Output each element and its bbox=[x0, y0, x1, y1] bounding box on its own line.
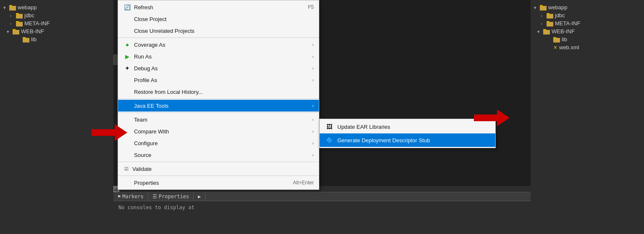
close-project-icon bbox=[123, 15, 131, 23]
left-project-explorer: ▾ webapp › jdbc › META-INF ▾ bbox=[0, 0, 113, 234]
menu-item-run-as[interactable]: ▶ Run As › bbox=[118, 51, 319, 62]
arrow-lib-right: › bbox=[547, 37, 552, 42]
red-arrow-right-svg bbox=[474, 109, 510, 126]
menu-item-coverage-label: Coverage As bbox=[134, 42, 312, 48]
red-arrow-left-svg bbox=[92, 124, 127, 141]
file-xml-icon: ✕ bbox=[553, 45, 557, 51]
validate-checkbox: ☑ bbox=[123, 165, 130, 172]
svg-marker-21 bbox=[474, 109, 510, 126]
bottom-tab-console[interactable]: ▶ bbox=[194, 192, 205, 201]
label-metainf-left: META-INF bbox=[24, 20, 50, 27]
run-arrow: › bbox=[312, 54, 314, 59]
svg-rect-9 bbox=[23, 37, 26, 39]
folder-icon-metainf-left bbox=[16, 21, 23, 27]
folder-icon-jdbc-right bbox=[547, 13, 553, 19]
tree-item-webapp-right[interactable]: ▾ webapp bbox=[531, 3, 644, 11]
refresh-icon: 🔄 bbox=[123, 3, 131, 11]
menu-item-debug-as[interactable]: ✦ Debug As › bbox=[118, 62, 319, 74]
label-webapp-right: webapp bbox=[548, 4, 568, 11]
bottom-tab-markers[interactable]: ⚑ Markers bbox=[113, 192, 148, 201]
profile-arrow: › bbox=[312, 77, 314, 82]
separator-3 bbox=[118, 112, 319, 113]
update-ear-icon: 🖼 bbox=[325, 122, 334, 131]
tree-item-jdbc-right[interactable]: › jdbc bbox=[531, 11, 644, 19]
properties-shortcut: Alt+Enter bbox=[293, 180, 314, 186]
svg-rect-5 bbox=[16, 21, 19, 23]
arrow-webapp-left: ▾ bbox=[3, 5, 8, 10]
restore-icon bbox=[123, 88, 131, 96]
arrow-indicator-left bbox=[92, 124, 127, 142]
tree-item-metainf-left[interactable]: › META-INF bbox=[0, 19, 113, 27]
svg-rect-1 bbox=[9, 5, 12, 7]
menu-item-validate[interactable]: ☑ Validate bbox=[118, 163, 319, 175]
menu-item-restore-label: Restore from Local History... bbox=[134, 89, 314, 95]
console-icon: ▶ bbox=[198, 194, 201, 199]
label-lib-left: lib bbox=[31, 36, 37, 43]
folder-icon-webapp-right bbox=[540, 5, 547, 11]
tree-item-webxml-right[interactable]: › ✕ web.xml bbox=[531, 43, 644, 51]
menu-item-properties-label: Properties bbox=[134, 180, 284, 186]
team-icon bbox=[123, 116, 131, 123]
submenu-item-update-ear-label: Update EAR Libraries bbox=[337, 124, 390, 130]
menu-item-refresh[interactable]: 🔄 Refresh F5 bbox=[118, 1, 319, 13]
source-icon bbox=[123, 151, 131, 159]
svg-rect-3 bbox=[16, 13, 19, 15]
svg-rect-17 bbox=[543, 29, 546, 31]
bottom-tab-properties[interactable]: ☰ Properties bbox=[148, 192, 194, 201]
properties-label: Properties bbox=[159, 194, 189, 199]
compare-arrow: › bbox=[312, 129, 314, 134]
properties-icon: ☰ bbox=[152, 194, 157, 199]
tree-item-webinf-right[interactable]: ▾ WEB-INF bbox=[531, 27, 644, 35]
configure-arrow: › bbox=[312, 141, 314, 146]
coverage-icon: ● bbox=[123, 41, 131, 48]
debug-arrow: › bbox=[312, 66, 314, 71]
tree-item-webinf-left[interactable]: ▾ WEB-INF bbox=[0, 27, 113, 35]
javaee-arrow: › bbox=[312, 103, 314, 108]
debug-icon: ✦ bbox=[123, 64, 131, 72]
arrow-jdbc-right: › bbox=[541, 13, 546, 18]
menu-item-profile-as[interactable]: Profile As › bbox=[118, 74, 319, 86]
label-metainf-right: META-INF bbox=[555, 20, 580, 27]
close-unrelated-icon bbox=[123, 27, 131, 35]
tree-item-metainf-right[interactable]: › META-INF bbox=[531, 19, 644, 27]
menu-item-close-unrelated[interactable]: Close Unrelated Projects bbox=[118, 25, 319, 37]
generate-descriptor-icon: 🔷 bbox=[325, 136, 334, 144]
submenu-javaee: 🖼 Update EAR Libraries 🔷 Generate Deploy… bbox=[319, 119, 496, 148]
menu-item-close-project-label: Close Project bbox=[134, 16, 314, 22]
arrow-webinf-left: ▾ bbox=[7, 29, 12, 34]
menu-item-restore[interactable]: Restore from Local History... bbox=[118, 86, 319, 98]
submenu-item-generate-label: Generate Deployment Descriptor Stub bbox=[337, 137, 430, 144]
markers-label: Markers bbox=[122, 194, 144, 199]
menu-item-compare-with[interactable]: Compare With › bbox=[118, 125, 319, 137]
menu-item-configure[interactable]: Configure › bbox=[118, 137, 319, 149]
menu-item-javaee-tools[interactable]: Java EE Tools › bbox=[118, 100, 319, 112]
menu-item-refresh-shortcut: F5 bbox=[308, 4, 314, 10]
menu-item-properties[interactable]: Properties Alt+Enter bbox=[118, 177, 319, 189]
tree-item-jdbc-left[interactable]: › jdbc bbox=[0, 11, 113, 19]
menu-item-source[interactable]: Source › bbox=[118, 149, 319, 161]
arrow-webxml-right: › bbox=[547, 45, 552, 50]
tree-item-lib-left[interactable]: › lib bbox=[0, 35, 113, 43]
bottom-panel: ⚑ Markers ☰ Properties ▶ No consoles to … bbox=[113, 192, 531, 234]
label-lib-right: lib bbox=[562, 36, 567, 43]
menu-item-coverage-as[interactable]: ● Coverage As › bbox=[118, 39, 319, 51]
tree-item-webapp-left[interactable]: ▾ webapp bbox=[0, 3, 113, 11]
arrow-webinf-right: ▾ bbox=[537, 29, 542, 34]
folder-icon-webapp-left bbox=[9, 5, 16, 11]
arrow-webapp-right: ▾ bbox=[534, 5, 539, 10]
separator-2 bbox=[118, 98, 319, 99]
label-jdbc-right: jdbc bbox=[555, 12, 565, 19]
folder-icon-webinf-right bbox=[543, 29, 550, 35]
label-jdbc-left: jdbc bbox=[24, 12, 34, 19]
tree-item-lib-right[interactable]: › lib bbox=[531, 35, 644, 43]
folder-icon-jdbc-left bbox=[16, 13, 23, 19]
submenu-item-update-ear[interactable]: 🖼 Update EAR Libraries bbox=[320, 120, 495, 133]
context-menu-main: 🔄 Refresh F5 Close Project Close Unrelat… bbox=[118, 0, 319, 190]
arrow-metainf-left: › bbox=[10, 21, 15, 26]
submenu-item-generate-deployment[interactable]: 🔷 Generate Deployment Descriptor Stub bbox=[320, 133, 495, 147]
folder-icon-webinf-left bbox=[13, 29, 19, 35]
folder-icon-lib-right bbox=[553, 37, 560, 43]
menu-item-close-project[interactable]: Close Project bbox=[118, 13, 319, 25]
menu-item-source-label: Source bbox=[134, 152, 312, 158]
menu-item-team[interactable]: Team › bbox=[118, 114, 319, 125]
